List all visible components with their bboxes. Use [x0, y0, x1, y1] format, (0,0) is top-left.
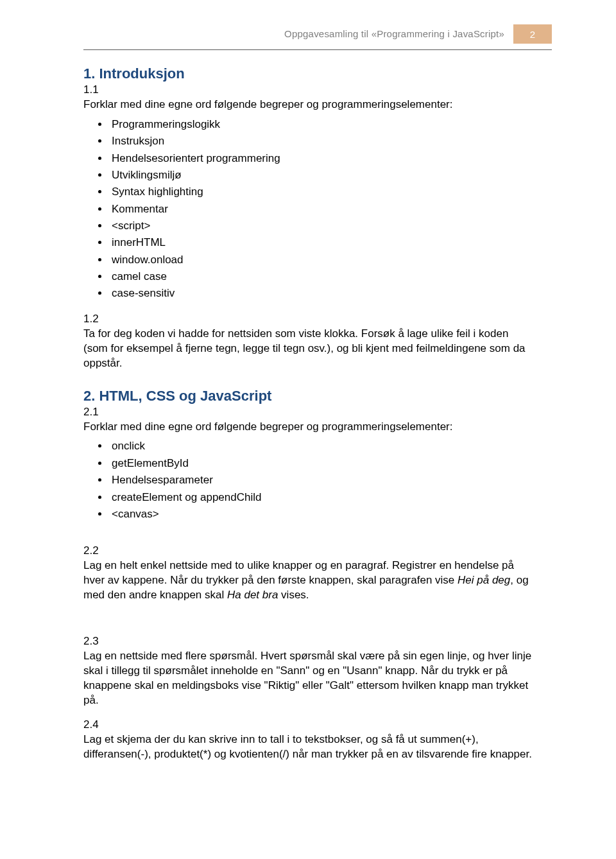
- list-item: Utviklingsmiljø: [109, 167, 533, 184]
- document-title: Oppgavesamling til «Programmering i Java…: [284, 28, 504, 39]
- subsection-1-2: 1.2 Ta for deg koden vi hadde for nettsi…: [83, 313, 533, 371]
- subsection-2-1-number: 2.1: [83, 406, 533, 419]
- list-item: Programmeringslogikk: [109, 116, 533, 133]
- subsection-2-3-text: Lag en nettside med flere spørsmål. Hver…: [83, 649, 533, 708]
- list-item: Kommentar: [109, 201, 533, 218]
- subsection-2-2: 2.2 Lag en helt enkel nettside med to ul…: [83, 544, 533, 603]
- subsection-2-4-number: 2.4: [83, 718, 533, 731]
- list-item: <canvas>: [109, 506, 533, 523]
- list-item: case-sensitiv: [109, 285, 533, 302]
- italic-text: Hei på deg: [458, 574, 510, 586]
- subsection-1-1-intro: Forklar med dine egne ord følgende begre…: [83, 98, 533, 112]
- subsection-2-2-text: Lag en helt enkel nettside med to ulike …: [83, 559, 533, 603]
- page-number-badge: 2: [513, 24, 552, 44]
- subsection-2-1-intro: Forklar med dine egne ord følgende begre…: [83, 420, 533, 435]
- text-fragment: vises.: [278, 589, 309, 601]
- text-fragment: Lag en helt enkel nettside med to ulike …: [83, 559, 514, 586]
- list-item: Instruksjon: [109, 133, 533, 150]
- header-divider: [83, 49, 552, 50]
- subsection-1-1-list: Programmeringslogikk Instruksjon Hendels…: [83, 116, 533, 302]
- subsection-2-1-list: onclick getElementById Hendelsesparamete…: [83, 438, 533, 523]
- list-item: Syntax highlighting: [109, 184, 533, 200]
- list-item: Hendelsesparameter: [109, 472, 533, 489]
- section-1-heading: 1. Introduksjon: [83, 65, 533, 82]
- page-header: Oppgavesamling til «Programmering i Java…: [83, 24, 533, 50]
- subsection-2-2-number: 2.2: [83, 544, 533, 557]
- subsection-2-3: 2.3 Lag en nettside med flere spørsmål. …: [83, 635, 533, 708]
- subsection-2-3-number: 2.3: [83, 635, 533, 648]
- subsection-2-4-text: Lag et skjema der du kan skrive inn to t…: [83, 733, 533, 762]
- subsection-1-2-text: Ta for deg koden vi hadde for nettsiden …: [83, 327, 533, 371]
- subsection-1-1-number: 1.1: [83, 83, 533, 96]
- page-number: 2: [530, 29, 535, 40]
- list-item: onclick: [109, 438, 533, 455]
- list-item: Hendelsesorientert programmering: [109, 150, 533, 167]
- section-2-heading: 2. HTML, CSS og JavaScript: [83, 388, 533, 404]
- subsection-2-4: 2.4 Lag et skjema der du kan skrive inn …: [83, 718, 533, 762]
- page-container: Oppgavesamling til «Programmering i Java…: [0, 0, 616, 859]
- list-item: camel case: [109, 268, 533, 285]
- list-item: getElementById: [109, 455, 533, 472]
- list-item: <script>: [109, 218, 533, 234]
- subsection-1-2-number: 1.2: [83, 313, 533, 325]
- list-item: innerHTML: [109, 234, 533, 251]
- list-item: window.onload: [109, 252, 533, 268]
- list-item: createElement og appendChild: [109, 489, 533, 506]
- italic-text: Ha det bra: [227, 589, 278, 601]
